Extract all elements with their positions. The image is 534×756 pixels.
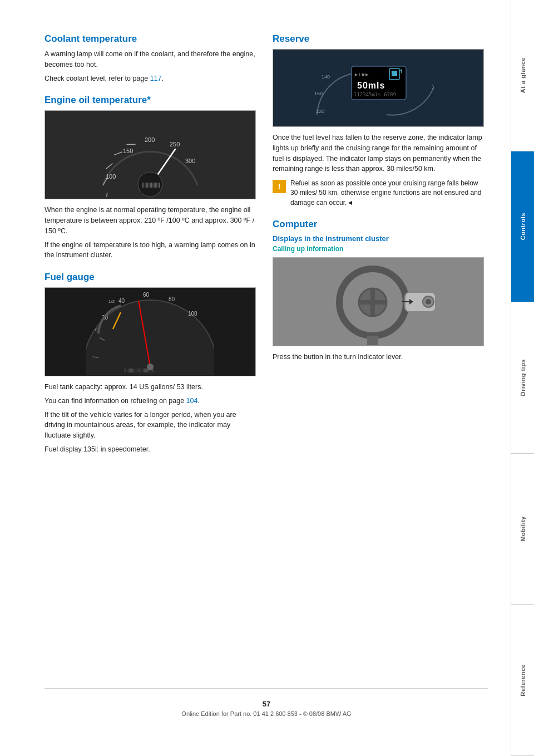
coolant-link[interactable]: 117 [150,75,162,82]
reserve-warning-text: Refuel as soon as possible once your cru… [290,179,484,208]
fuel-gauge-body3: If the tilt of the vehicle varies for a … [44,410,256,441]
engine-oil-title: Engine oil temperature* [44,95,256,106]
sidebar-driving-tips[interactable]: Driving tips [511,302,534,454]
svg-text:||||||||||||||||||||||||||: |||||||||||||||||||||||||| [124,367,154,372]
svg-text:300: 300 [185,158,195,164]
sidebar-label-reference: Reference [520,664,526,696]
fuel-gauge-section: Fuel gauge [44,272,256,455]
computer-subtitle1: Displays in the instrument cluster [273,234,484,243]
sidebar-label-at-a-glance: At a glance [520,57,526,93]
sidebar-mobility[interactable]: Mobility [511,454,534,605]
reserve-section: Reserve 220 160 140 [273,33,484,208]
coolant-body1: A warning lamp will come on if the coola… [44,49,256,70]
coolant-body2: Check coolant level, refer to page 117. [44,73,256,84]
fuel-gauge-link[interactable]: 104 [186,397,198,405]
svg-text:140: 140 [322,74,330,80]
footer-text: Online Edition for Part no. 01 41 2 600 … [44,710,488,717]
svg-text:160: 160 [314,91,323,96]
coolant-section: Coolant temperature A warning lamp will … [44,33,256,84]
svg-text:1: 1 [432,84,434,90]
reserve-body1: Once the fuel level has fallen to the re… [273,132,484,174]
page-footer: 57 Online Edition for Part no. 01 41 2 6… [44,688,488,723]
svg-text:100: 100 [106,173,116,180]
sidebar-label-driving-tips: Driving tips [520,359,526,396]
svg-text:►I ■►: ►I ■► [354,72,369,77]
reserve-warning-box: ! Refuel as soon as possible once your c… [273,179,484,208]
engine-oil-gauge-image: 100 150 200 250 300 |||||||||||||| [44,110,256,199]
sidebar-reference[interactable]: Reference [511,605,534,756]
svg-text:150: 150 [123,148,133,154]
svg-text:250: 250 [170,141,180,148]
svg-rect-55 [367,336,378,345]
svg-text:60: 60 [143,292,150,298]
fuel-gauge-body2: You can find information on refueling on… [44,396,256,406]
computer-section: Computer Displays in the instrument clus… [273,219,484,362]
page-number: 57 [44,700,488,708]
svg-text:50mls: 50mls [357,81,385,90]
fuel-gauge-body1: Fuel tank capacity: approx. 14 US gallon… [44,382,256,392]
svg-text:100: 100 [188,311,197,317]
engine-oil-section: Engine oil temperature* [44,95,256,261]
sidebar: At a glance Controls Driving tips Mobili… [511,0,534,756]
sidebar-label-controls: Controls [520,213,526,240]
reserve-image: 220 160 140 1 [273,49,484,127]
computer-image [273,257,484,346]
sidebar-controls[interactable]: Controls [511,151,534,303]
svg-text:40: 40 [118,298,125,304]
sidebar-at-a-glance[interactable]: At a glance [511,0,534,151]
computer-body1: Press the button in the turn indicator l… [273,352,484,362]
svg-text:220: 220 [316,109,324,114]
fuel-gauge-image: 20 40 60 80 100 0 1/2 [44,287,256,376]
engine-oil-body2: If the engine oil temperature is too hig… [44,240,256,261]
svg-text:1/2: 1/2 [108,299,115,304]
coolant-title: Coolant temperature [44,33,256,45]
svg-rect-44 [392,71,397,76]
svg-text:80: 80 [169,296,175,302]
reserve-title: Reserve [273,33,484,45]
svg-point-58 [426,299,431,305]
svg-text:200: 200 [145,136,155,143]
fuel-gauge-title: Fuel gauge [44,272,256,283]
fuel-gauge-body4: Fuel display 135i: in speedometer. [44,444,256,455]
computer-subtitle2: Calling up information [273,245,484,253]
warning-icon: ! [273,180,286,193]
sidebar-label-mobility: Mobility [520,516,526,542]
svg-text:||||||||||||||: |||||||||||||| [142,182,160,188]
computer-title: Computer [273,219,484,230]
svg-text:0: 0 [95,327,98,332]
svg-text:112345mls  6789: 112345mls 6789 [354,92,396,97]
engine-oil-body1: When the engine is at normal operating t… [44,205,256,236]
